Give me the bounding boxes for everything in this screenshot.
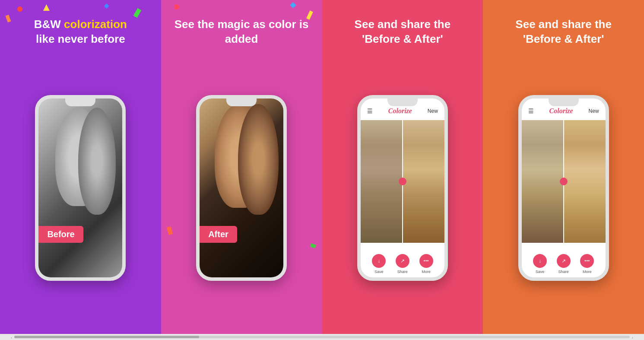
new-button-4[interactable]: New xyxy=(589,108,599,114)
panel-2-phone: After xyxy=(196,95,287,281)
confetti-4 xyxy=(104,3,109,9)
split-view-4 xyxy=(522,120,606,243)
panel-4-phone-wrapper: ☰ Colorize New ↓ xyxy=(516,55,611,321)
confetti-2 xyxy=(43,4,50,11)
phone-notch-3 xyxy=(387,99,418,106)
save-label-4: Save xyxy=(536,270,545,274)
scrollbar-thumb[interactable] xyxy=(14,336,199,338)
share-icon-3: ↗ xyxy=(396,254,409,268)
panel-1-title-text: B&W xyxy=(34,18,64,31)
scroll-left-arrow[interactable]: ‹ xyxy=(9,335,14,340)
confetti-p2-5 xyxy=(310,243,316,248)
split-child-left-4 xyxy=(522,120,564,243)
confetti-p2-4 xyxy=(167,226,173,235)
panel-1-title: B&W colorization like never before xyxy=(34,17,127,47)
app-header-3: ☰ Colorize New xyxy=(361,107,444,115)
app-title-3: Colorize xyxy=(388,107,412,115)
more-label-4: More xyxy=(583,270,592,274)
more-action-4[interactable]: ••• More xyxy=(580,254,594,274)
more-action-3[interactable]: ••• More xyxy=(419,254,433,274)
before-label: Before xyxy=(38,226,83,243)
split-view-3 xyxy=(361,120,444,243)
app-header-4: ☰ Colorize New xyxy=(522,107,606,115)
share-label-3: Share xyxy=(397,270,408,274)
panel-1-phone-wrapper: Before xyxy=(33,55,128,321)
panel-4-title: See and share the 'Before & After' xyxy=(496,17,631,47)
save-icon-3: ↓ xyxy=(372,254,386,268)
share-icon-4: ↗ xyxy=(557,254,571,268)
panel-1-phone: Before xyxy=(35,95,126,281)
color-wedding-photo xyxy=(200,99,283,277)
confetti-p2-2 xyxy=(290,2,296,8)
panel-3-title: See and share the 'Before & After' xyxy=(335,17,470,47)
panel-1-title-line2: like never before xyxy=(36,32,125,45)
phone-actions-4: ↓ Save ↗ Share ••• More xyxy=(522,254,606,274)
split-child-right-4 xyxy=(564,120,606,243)
more-icon-4: ••• xyxy=(580,254,594,268)
app-container: B&W colorization like never before Befor… xyxy=(0,0,644,334)
panel-split-child: See and share the 'Before & After' ☰ Col… xyxy=(483,0,644,334)
panel-4-phone: ☰ Colorize New ↓ xyxy=(518,95,609,281)
share-action-4[interactable]: ↗ Share xyxy=(557,254,571,274)
save-action-4[interactable]: ↓ Save xyxy=(533,254,547,274)
app-title-4: Colorize xyxy=(549,107,573,115)
panel-split-before-after: See and share the 'Before & After' ☰ Col… xyxy=(322,0,483,334)
more-icon-3: ••• xyxy=(419,254,433,268)
split-handle-3[interactable] xyxy=(399,178,406,185)
save-action-3[interactable]: ↓ Save xyxy=(372,254,386,274)
phone-actions-3: ↓ Save ↗ Share ••• More xyxy=(361,254,444,274)
panel-bw-before: B&W colorization like never before Befor… xyxy=(0,0,161,334)
share-label-4: Share xyxy=(558,270,569,274)
split-handle-4[interactable] xyxy=(560,178,568,185)
confetti-p2-1 xyxy=(174,4,179,10)
confetti-5 xyxy=(6,15,11,22)
new-button-3[interactable]: New xyxy=(428,108,438,114)
split-right-3 xyxy=(403,120,444,243)
scrollbar: ‹ › xyxy=(0,334,644,340)
more-label-3: More xyxy=(422,270,431,274)
bw-wedding-photo xyxy=(38,99,122,277)
scroll-right-arrow[interactable]: › xyxy=(630,335,635,340)
save-icon-4: ↓ xyxy=(533,254,547,268)
panel-3-phone: ☰ Colorize New ↓ xyxy=(357,95,448,281)
phone-screen-1: Before xyxy=(38,99,122,277)
confetti-1 xyxy=(17,6,22,12)
phone-notch-2 xyxy=(226,99,257,106)
phone-notch-1 xyxy=(65,99,95,106)
panel-color-after: See the magic as color is added After xyxy=(161,0,322,334)
split-left-3 xyxy=(361,120,403,243)
panel-1-title-highlight: colorization xyxy=(64,18,127,31)
hamburger-icon-4[interactable]: ☰ xyxy=(528,108,534,115)
panel-2-title: See the magic as color is added xyxy=(174,17,309,47)
phone-screen-2: After xyxy=(200,99,283,277)
panel-3-phone-wrapper: ☰ Colorize New ↓ xyxy=(355,55,450,321)
panel-2-phone-wrapper: After xyxy=(194,55,289,321)
scrollbar-track[interactable] xyxy=(14,336,629,338)
share-action-3[interactable]: ↗ Share xyxy=(396,254,409,274)
phone-screen-3: ☰ Colorize New ↓ xyxy=(361,99,444,277)
phone-screen-4: ☰ Colorize New ↓ xyxy=(522,99,606,277)
phone-notch-4 xyxy=(549,99,579,106)
hamburger-icon-3[interactable]: ☰ xyxy=(367,108,373,115)
save-label-3: Save xyxy=(374,270,384,274)
after-label: After xyxy=(200,226,237,243)
confetti-3 xyxy=(133,8,141,18)
